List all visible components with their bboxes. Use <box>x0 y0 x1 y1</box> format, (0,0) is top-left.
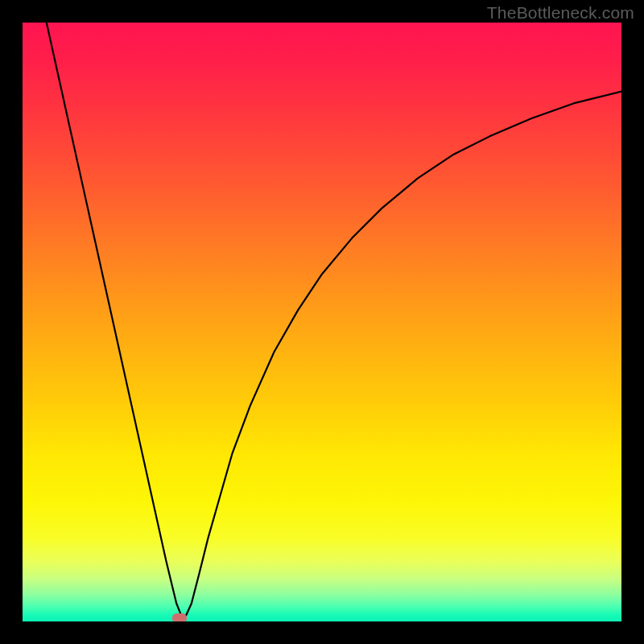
bottleneck-curve <box>47 23 621 616</box>
chart-stage: TheBottleneck.com <box>0 0 644 644</box>
curve-layer <box>23 23 621 621</box>
watermark-text: TheBottleneck.com <box>487 3 634 23</box>
plot-area <box>23 23 621 621</box>
optimal-point-marker <box>172 613 187 621</box>
